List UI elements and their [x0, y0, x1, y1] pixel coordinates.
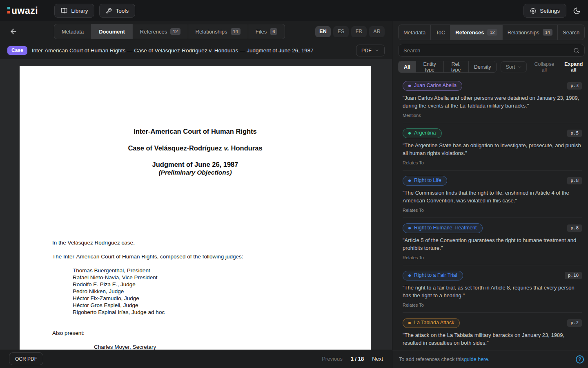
wrench-icon — [106, 8, 112, 14]
sidebar-tab[interactable]: Relationships 14 — [503, 25, 558, 40]
reference-quote: "The attack on the La Tablada military b… — [403, 332, 582, 347]
document-toolbar: Metadata Document References 12 — [0, 21, 392, 42]
pdf-paragraph: In the Velásquez Rodríguez case, — [52, 239, 338, 246]
sidebar-tab[interactable]: References 12 — [450, 25, 502, 40]
reference-card[interactable]: Argentina p.5 "The Argentine State has a… — [403, 123, 582, 171]
book-icon — [61, 7, 67, 14]
filter-button[interactable]: All — [399, 61, 416, 72]
next-page-button[interactable]: Next — [372, 356, 383, 362]
filter-button[interactable]: Entity type — [416, 61, 444, 72]
sidebar-tab[interactable]: Search — [558, 25, 584, 40]
doc-tab-count: 6 — [270, 28, 277, 35]
references-filters: All Entity type Rel. type Density Sort C… — [398, 61, 585, 73]
language-button[interactable]: AR — [369, 26, 385, 37]
entity-label: Argentina — [414, 130, 436, 136]
filter-button[interactable]: Rel. type — [444, 61, 469, 72]
library-button[interactable]: Library — [54, 4, 94, 18]
reference-card[interactable]: Right to a Fair Trial p.10 "The right to… — [403, 265, 582, 313]
language-button[interactable]: EN — [315, 26, 331, 37]
entity-dot-icon — [408, 322, 411, 324]
tools-button[interactable]: Tools — [99, 4, 135, 18]
reference-quote: "The Commission finds that the right to … — [403, 189, 582, 204]
entity-pill[interactable]: Right to Life — [403, 176, 447, 186]
dark-mode-toggle[interactable] — [573, 7, 581, 15]
page-badge: p.8 — [567, 224, 582, 232]
doc-tab-count: 14 — [231, 28, 241, 35]
help-icon[interactable]: ? — [576, 355, 584, 364]
relationship-type-label: Relates To — [403, 160, 582, 165]
doc-tab[interactable]: Relationships 14 — [188, 24, 248, 39]
gear-icon — [530, 8, 536, 14]
sidebar-tab-label: Relationships — [508, 29, 539, 36]
doc-tab[interactable]: Document — [91, 24, 133, 39]
sidebar-tab-count: 14 — [543, 29, 552, 36]
format-dropdown[interactable]: PDF — [356, 45, 385, 56]
entity-pill[interactable]: Juan Carlos Abella — [403, 81, 462, 91]
pdf-heading-case: Case of Velásquez-Rodríguez v. Honduras — [52, 144, 338, 152]
expand-all-button[interactable]: Expand all — [562, 61, 585, 73]
ocr-pdf-button[interactable]: OCR PDF — [9, 352, 43, 365]
entity-pill[interactable]: Right to a Fair Trial — [403, 271, 463, 280]
entity-pill[interactable]: La Tablada Attack — [403, 318, 460, 328]
document-title: Inter-American Court of Human Rights — C… — [32, 47, 314, 54]
doc-tab-label: Document — [99, 29, 125, 35]
chevron-down-icon — [375, 48, 379, 53]
page-badge: p.5 — [567, 130, 582, 137]
moon-icon — [573, 7, 581, 15]
pdf-page: Inter-American Court of Human Rights Cas… — [20, 66, 371, 350]
language-button[interactable]: FR — [351, 26, 367, 37]
sidebar-tab-label: References — [455, 29, 484, 36]
settings-button[interactable]: Settings — [523, 4, 566, 18]
logo-text: uwazi — [11, 6, 38, 16]
reference-card[interactable]: Juan Carlos Abella p.3 "Juan Carlos Abel… — [403, 76, 582, 123]
sort-dropdown[interactable]: Sort — [501, 61, 527, 72]
references-search — [398, 44, 585, 57]
uwazi-app: uwazi Library Tools Settings — [0, 0, 588, 368]
search-input[interactable] — [403, 47, 573, 54]
page-badge: p.3 — [567, 82, 582, 90]
doc-tab[interactable]: References 12 — [133, 24, 188, 39]
relationship-type-label: Relates To — [403, 303, 582, 307]
pdf-judge-line: Héctor Gros Espiell, Judge — [73, 302, 338, 309]
entity-dot-icon — [408, 132, 411, 135]
pdf-paragraph: The Inter-American Court of Human Rights… — [52, 253, 338, 260]
sidebar-tab[interactable]: ToC — [431, 25, 450, 40]
entity-label: Juan Carlos Abella — [414, 83, 457, 89]
filter-button[interactable]: Density — [469, 61, 497, 72]
collapse-all-button[interactable]: Collapse all — [532, 61, 556, 73]
doc-tab[interactable]: Files 6 — [248, 24, 285, 39]
guide-link[interactable]: guide here. — [464, 357, 490, 362]
pdf-viewer: Inter-American Court of Human Rights Cas… — [0, 59, 392, 350]
logo-colon-icon — [7, 7, 10, 16]
previous-page-button[interactable]: Previous — [322, 356, 343, 362]
pdf-heading-court: Inter-American Court of Human Rights — [52, 127, 338, 135]
entity-pill[interactable]: Argentina — [403, 128, 442, 138]
filter-group: All Entity type Rel. type Density — [398, 61, 497, 73]
doc-tab-label: Relationships — [196, 29, 227, 35]
page-badge: p.8 — [567, 177, 582, 184]
back-button[interactable] — [7, 25, 20, 38]
sidebar-tab[interactable]: Metadata — [399, 25, 431, 40]
reference-card[interactable]: La Tablada Attack p.2 "The attack on the… — [403, 313, 582, 350]
entity-pill[interactable]: Right to Humane Treatment — [403, 223, 483, 233]
pdf-pager-bar: OCR PDF Previous 1 / 18 Next — [0, 350, 392, 368]
doc-tab[interactable]: Metadata — [54, 24, 91, 39]
references-sidebar: Metadata ToC References 12 — [392, 21, 588, 368]
arrow-left-icon — [9, 27, 18, 36]
uwazi-logo[interactable]: uwazi — [7, 6, 38, 16]
pdf-paragraph: Also present: — [52, 330, 338, 337]
sidebar-tab-label: ToC — [436, 29, 445, 36]
entity-label: Right to Life — [414, 177, 441, 184]
language-button[interactable]: ES — [333, 26, 349, 37]
entity-label: La Tablada Attack — [414, 320, 454, 326]
library-label: Library — [71, 8, 88, 14]
pdf-judge-line: Thomas Buergenthal, President — [73, 267, 338, 274]
chevron-down-icon — [518, 65, 522, 69]
doc-tab-label: Metadata — [62, 29, 84, 35]
relationship-type-label: Relates To — [403, 255, 582, 260]
page-badge: p.10 — [565, 272, 582, 279]
reference-card[interactable]: Right to Humane Treatment p.8 "Article 5… — [403, 218, 582, 265]
reference-card[interactable]: Right to Life p.8 "The Commission finds … — [403, 171, 582, 218]
document-tabs: Metadata Document References 12 — [54, 24, 285, 39]
doc-tab-count: 12 — [170, 28, 180, 35]
